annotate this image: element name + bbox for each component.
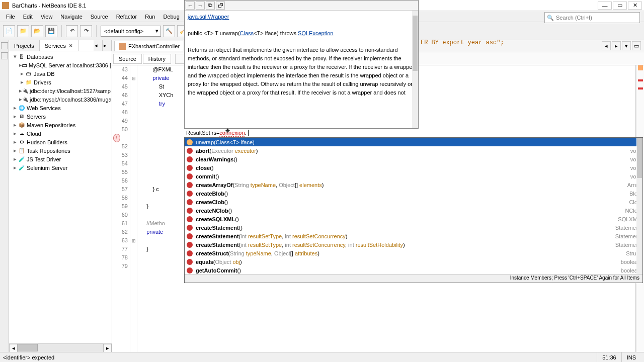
completion-item[interactable]: createStatement()Statement xyxy=(185,223,642,232)
tree-derby-conn[interactable]: ▸🔌jdbc:derby://localhost:1527/sample xyxy=(10,86,111,95)
completion-item[interactable]: close()void xyxy=(185,163,642,172)
tree-hudson[interactable]: ▸⚙Hudson Builders xyxy=(10,138,111,146)
method-icon xyxy=(187,199,193,205)
tree-selenium[interactable]: ▸🧪Selenium Server xyxy=(10,163,111,172)
tab-prev-button[interactable]: ◂ xyxy=(602,41,611,50)
build-button[interactable]: 🔨 xyxy=(163,25,175,37)
services-tree[interactable]: ▾🗄Databases ▸🗃MySQL Server at localhost:… xyxy=(9,51,112,343)
completion-item[interactable]: createNClob()NClob xyxy=(185,206,642,215)
method-icon xyxy=(187,165,193,171)
minimize-button[interactable]: — xyxy=(598,2,612,10)
tab-scroll-right[interactable]: ▸ xyxy=(103,40,112,51)
close-icon[interactable]: ✕ xyxy=(69,43,73,48)
completion-item[interactable]: getAutoCommit()boolean xyxy=(185,266,642,274)
method-icon xyxy=(187,233,193,239)
completion-item[interactable]: unwrap(Class<T> iface)T xyxy=(185,138,642,146)
rail-files-icon[interactable] xyxy=(1,52,8,59)
javadoc-exception-link[interactable]: SQLException xyxy=(298,30,333,36)
completion-item[interactable]: clearWarnings()void xyxy=(185,155,642,163)
save-all-button[interactable]: 💾 xyxy=(45,25,57,37)
scroll-right-button[interactable]: ▸ xyxy=(103,344,112,352)
menu-navigate[interactable]: Navigate xyxy=(56,13,86,21)
javadoc-popup: ← → ⧉ 🗗 java.sql.Wrapper public <T> T un… xyxy=(184,0,419,129)
completion-item[interactable]: createStatement(int resultSetType, int r… xyxy=(185,232,642,240)
completion-item[interactable]: equals(Object obj)boolean xyxy=(185,257,642,266)
completion-scrollbar[interactable] xyxy=(636,138,642,274)
tab-services[interactable]: Services✕ xyxy=(40,40,78,51)
code-line-51[interactable]: ResultSet rs=connexion. xyxy=(186,130,249,137)
jd-back-button[interactable]: ← xyxy=(186,2,195,10)
source-tab[interactable]: Source xyxy=(113,54,142,64)
menu-edit[interactable]: Edit xyxy=(19,13,37,21)
tree-drivers[interactable]: ▸📁Drivers xyxy=(10,78,111,86)
error-marker-icon[interactable]: ! xyxy=(113,134,120,142)
status-caret-pos: 51:36 xyxy=(597,352,621,362)
app-icon xyxy=(2,2,9,9)
jd-external-button[interactable]: 🗗 xyxy=(216,2,225,10)
completion-list[interactable]: unwrap(Class<T> iface)Tabort(Executor ex… xyxy=(185,138,642,274)
maximize-button[interactable]: ▭ xyxy=(613,2,627,10)
tree-jstest[interactable]: ▸🧪JS Test Driver xyxy=(10,155,111,163)
menu-debug[interactable]: Debug xyxy=(159,13,183,21)
menu-refactor[interactable]: Refactor xyxy=(112,13,141,21)
undo-button[interactable]: ↶ xyxy=(66,25,78,37)
tree-tasks[interactable]: ▸📋Task Repositories xyxy=(10,146,111,155)
menu-source[interactable]: Source xyxy=(87,13,112,21)
tree-javadb[interactable]: ▸🗃Java DB xyxy=(10,69,111,78)
search-input[interactable] xyxy=(556,15,637,21)
tab-maximize-button[interactable]: ▭ xyxy=(632,41,641,50)
tab-scroll-left[interactable]: ◂ xyxy=(94,40,103,51)
scrollbar-thumb[interactable] xyxy=(18,344,38,351)
completion-item[interactable]: createStruct(String typeName, Object[] a… xyxy=(185,249,642,257)
code-fragment-tail: ER BY export_year asc"; xyxy=(421,39,504,46)
tab-projects[interactable]: Projects xyxy=(9,40,40,51)
tree-webservices[interactable]: ▸🌐Web Services xyxy=(10,104,111,112)
fold-column[interactable]: ⊟⊞ xyxy=(130,65,137,352)
tab-list-button[interactable]: ▾ xyxy=(622,41,631,50)
scroll-left-button[interactable]: ◂ xyxy=(9,344,18,352)
jd-browser-button[interactable]: ⧉ xyxy=(206,2,215,10)
method-icon xyxy=(187,156,193,162)
javadoc-class-link[interactable]: Class xyxy=(240,30,254,36)
tree-mysql-conn[interactable]: ▸🔌jdbc:mysql://localhost:3306/muga xyxy=(10,95,111,104)
completion-item[interactable]: createSQLXML()SQLXML xyxy=(185,215,642,223)
tree-databases[interactable]: ▾🗄Databases xyxy=(10,52,111,61)
rail-navigator-icon[interactable] xyxy=(1,42,8,49)
javadoc-body[interactable]: java.sql.Wrapper public <T> T unwrap(Cla… xyxy=(185,11,418,128)
history-tab[interactable]: History xyxy=(143,54,171,64)
new-project-button[interactable]: 📁 xyxy=(17,25,29,37)
close-button[interactable]: ✕ xyxy=(628,2,642,10)
menu-view[interactable]: View xyxy=(37,13,57,21)
completion-item[interactable]: createArrayOf(String typeName, Object[] … xyxy=(185,180,642,189)
completion-item[interactable]: abort(Executor executor)void xyxy=(185,146,642,155)
method-icon xyxy=(187,267,193,274)
menu-run[interactable]: Run xyxy=(141,13,159,21)
new-file-button[interactable]: 📄 xyxy=(3,25,15,37)
method-icon xyxy=(187,148,193,154)
method-icon xyxy=(187,242,193,248)
side-hscroll[interactable]: ◂ ▸ xyxy=(9,343,112,352)
tree-maven[interactable]: ▸📦Maven Repositories xyxy=(10,121,111,129)
line-gutter: 434445 464748 4950 ! 525354 555657 58596… xyxy=(112,65,130,352)
menu-file[interactable]: File xyxy=(2,13,19,21)
tree-servers[interactable]: ▸🖥Servers xyxy=(10,112,111,121)
jd-forward-button[interactable]: → xyxy=(196,2,205,10)
status-insert-mode[interactable]: INS xyxy=(621,352,641,362)
tree-cloud[interactable]: ▸☁Cloud xyxy=(10,129,111,138)
javadoc-interface-link[interactable]: java.sql.Wrapper xyxy=(188,14,229,20)
method-icon xyxy=(187,182,193,188)
completion-status: Instance Members; Press 'Ctrl+SPACE' Aga… xyxy=(185,274,642,283)
redo-button[interactable]: ↷ xyxy=(80,25,92,37)
tab-next-button[interactable]: ▸ xyxy=(612,41,621,50)
global-search[interactable]: 🔍 xyxy=(544,12,640,23)
javadoc-scrollbar[interactable] xyxy=(412,11,418,128)
run-config-select[interactable]: <default config> xyxy=(101,26,161,37)
completion-item[interactable]: commit()void xyxy=(185,172,642,180)
completion-item[interactable]: createClob()Clob xyxy=(185,198,642,206)
completion-item[interactable]: createBlob()Blob xyxy=(185,189,642,198)
method-icon xyxy=(187,225,193,231)
open-project-button[interactable]: 📂 xyxy=(31,25,43,37)
editor-tab[interactable]: FXbarchartController xyxy=(114,41,184,51)
tree-mysql[interactable]: ▸🗃MySQL Server at localhost:3306 [r xyxy=(10,61,111,69)
completion-item[interactable]: createStatement(int resultSetType, int r… xyxy=(185,240,642,249)
